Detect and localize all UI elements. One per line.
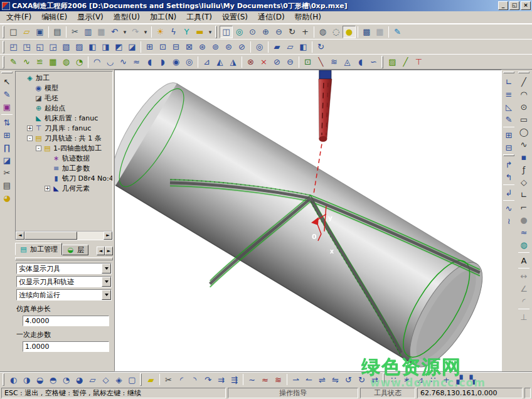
traj-loop-button[interactable]: ⇋ [329, 373, 342, 386]
draw-line-button[interactable]: ╱ [518, 75, 531, 88]
toolbar-grip[interactable] [215, 26, 217, 38]
toolbar-grip[interactable] [3, 41, 4, 53]
surface-patch-button[interactable]: ◎ [183, 56, 196, 68]
display-hidden-line-button[interactable]: ◌ [329, 26, 343, 38]
color-fill-button[interactable]: ◕ [1, 191, 14, 204]
cut-button[interactable]: ✂ [68, 26, 82, 38]
surface-lofted-button[interactable]: ◡ [104, 56, 117, 68]
rotate-view-button[interactable]: ↻ [285, 26, 299, 38]
menu-view[interactable]: 显示(V) [72, 11, 109, 24]
edit-tool-5-button[interactable]: ≀ [503, 215, 516, 227]
step-length-input[interactable] [23, 316, 109, 326]
ruler-tool-button[interactable]: ≡ [503, 88, 516, 100]
surface-wave-button[interactable]: ≈ [518, 226, 531, 238]
surface-flatten-button[interactable]: ⊘ [270, 56, 284, 68]
line-tool-button[interactable]: ╲ [314, 56, 327, 68]
solid-mirror-button[interactable]: ⊛ [196, 41, 209, 53]
move-geometry-button[interactable]: ⊞ [1, 129, 14, 141]
color-pen-button[interactable]: ✎ [391, 26, 404, 38]
dim-radial-button[interactable]: ◜ [518, 295, 531, 307]
surface-query-button[interactable]: ⊖ [284, 56, 297, 68]
trans-mirror-button[interactable]: ⊿ [413, 373, 427, 386]
combo-dropdown-button[interactable] [102, 290, 111, 300]
trim-tool-button[interactable]: ✂ [1, 166, 14, 179]
window-cascade-button[interactable]: ▩ [360, 26, 373, 38]
new-button[interactable]: □ [7, 26, 20, 38]
wave-tool-button[interactable]: ≋ [327, 56, 341, 68]
feature-extrude-button[interactable]: ◱ [33, 41, 46, 53]
spline-edit-2-button[interactable]: ≈ [258, 373, 272, 386]
draw-polygon-button[interactable]: ◇ [518, 176, 531, 188]
window-tile-button[interactable]: ▦ [373, 26, 386, 38]
track-display-mode-combo[interactable]: 仅显示刀具和轨迹 [16, 276, 112, 287]
curve-region-button[interactable]: ▦ [46, 56, 60, 68]
spline-edit-1-button[interactable]: ∼ [245, 373, 258, 386]
trans-copy-button[interactable]: ▞ [453, 373, 466, 386]
traj-mirror-button[interactable]: ⇀ [289, 373, 302, 386]
draw-rectangle-button[interactable]: ▭ [518, 113, 531, 125]
boolean-subtract-button[interactable]: ▱ [284, 41, 297, 53]
filter-button[interactable]: Y [180, 26, 193, 38]
traj-rot-ccw-button[interactable]: ↺ [342, 373, 355, 386]
knife-tool-button[interactable]: ✎ [503, 113, 516, 125]
curve-relate-button[interactable]: ◍ [60, 56, 73, 68]
minimize-button[interactable]: _ [498, 1, 508, 10]
tree-item-machine-post[interactable]: ◣ 机床后置 : fanuc [16, 113, 112, 123]
tree-item-toolpath-list[interactable]: - ▤ 刀具轨迹 : 共 1 条 [16, 133, 112, 143]
edit-tool-2-button[interactable]: ↰ [503, 171, 516, 183]
toolbar-grip[interactable] [383, 373, 385, 386]
display-wireframe-button[interactable]: ◍ [316, 26, 329, 38]
surface-extend-2-button[interactable]: ◭ [213, 56, 226, 68]
scrollbar-thumb[interactable] [24, 231, 77, 240]
undo-more-button[interactable]: ▾ [121, 26, 129, 38]
spline-edit-3-button[interactable]: ≋ [272, 373, 285, 386]
draw-formula-curve-button[interactable]: ƒ [518, 163, 531, 176]
boolean-union-button[interactable]: ▰ [270, 41, 284, 53]
layer-button[interactable]: ▬ [193, 26, 206, 38]
frame-tool-button[interactable]: ⊡ [301, 56, 314, 68]
surface-stretch-gen-button[interactable]: ◐ [7, 373, 20, 386]
frame-box-1-button[interactable]: ⊞ [503, 129, 516, 141]
solid-fillet-button[interactable]: ⊞ [143, 41, 156, 53]
stamp-tool-button[interactable]: ◪ [1, 154, 14, 166]
toolbar-grip[interactable] [3, 373, 4, 386]
feature-pattern-button[interactable]: ◪ [125, 41, 139, 53]
tree-item-mill-tool[interactable]: ▮ 铣刀 D8r4 No:4 F [16, 173, 112, 183]
solid-stretch-button[interactable]: ⊜ [222, 41, 235, 53]
dim-angular-button[interactable]: ∠ [518, 282, 531, 295]
frame-box-2-button[interactable]: ⊟ [503, 141, 516, 154]
tree-expand-toggle[interactable]: + [45, 186, 50, 191]
surface-radiate-button[interactable]: ◗ [156, 56, 169, 68]
close-button[interactable]: × [521, 1, 531, 10]
surface-plane-gen-button[interactable]: ▱ [86, 373, 99, 386]
dim-linear-button[interactable]: ↔ [518, 270, 531, 282]
sketch-mode-button[interactable]: ✎ [1, 88, 14, 100]
combo-dropdown-button[interactable] [102, 277, 111, 287]
curve-cut-button[interactable]: ✂ [162, 373, 175, 386]
surface-edit-gen-button[interactable]: ▢ [125, 373, 139, 386]
surface-delete-button[interactable]: × [257, 56, 270, 68]
menu-help[interactable]: 帮助(H) [290, 11, 326, 24]
edit-tool-1-button[interactable]: ↱ [503, 158, 516, 171]
curve-fillet-2-button[interactable]: ◝ [188, 373, 201, 386]
toolbar-grip[interactable] [503, 154, 514, 156]
feature-delete-button[interactable]: ◎ [253, 41, 266, 53]
traj-rot-cw-button[interactable]: ↻ [355, 373, 368, 386]
tab-scroll-left-icon[interactable]: ◄ [97, 247, 105, 255]
curve-offset-1-button[interactable]: ⇉ [215, 373, 228, 386]
feature-rib-button[interactable]: ◨ [99, 41, 112, 53]
surface-offset-2-button[interactable]: ◉ [169, 56, 183, 68]
3d-viewport[interactable]: y 0 x [114, 70, 502, 371]
toolbar-grip[interactable] [518, 72, 529, 73]
save-button[interactable]: ▣ [33, 26, 46, 38]
display-shaded-button[interactable]: ● [343, 26, 356, 38]
boolean-intersect-button[interactable]: ◧ [297, 41, 310, 53]
menu-settings[interactable]: 设置(S) [217, 11, 253, 24]
tree-item-blank[interactable]: ◪ 毛坯 [16, 93, 112, 103]
tree-item-trajectory-data[interactable]: ∗ 轨迹数据 [16, 153, 112, 163]
feature-hole-button[interactable]: ◧ [86, 41, 99, 53]
scroll-left-icon[interactable]: ◄ [16, 231, 24, 240]
surface-split-button[interactable]: ◮ [226, 56, 240, 68]
dim-coordinate-button[interactable]: ⊥ [518, 311, 531, 323]
curve-fit-button[interactable]: ◔ [73, 56, 86, 68]
